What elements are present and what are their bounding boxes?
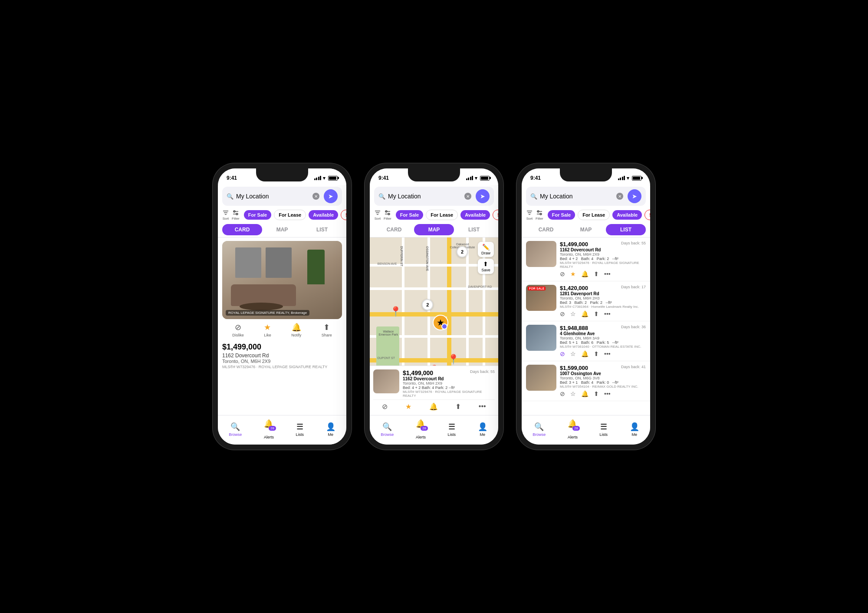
list-dislike-1[interactable]: ⊘ — [560, 270, 565, 277]
nav-me-3[interactable]: 👤 Me — [630, 422, 639, 437]
list-like-4[interactable]: ☆ — [570, 390, 576, 397]
nav-browse-3[interactable]: 🔍 Browse — [533, 422, 546, 437]
draw-btn[interactable]: ✏️ Draw — [478, 242, 494, 257]
chip-sol-1[interactable]: Sol — [341, 210, 346, 220]
nav-alerts-3[interactable]: 🔔 28 Alerts — [568, 419, 578, 439]
list-dislike-3[interactable]: ⊘ — [560, 350, 565, 357]
list-item-4[interactable]: $1,599,000 Days back: 41 1007 Ossington … — [522, 361, 650, 401]
sort-btn-3[interactable]: Sort — [526, 209, 533, 221]
map-pin-count-1[interactable]: 2 — [422, 299, 433, 310]
list-notify-2[interactable]: 🔔 — [581, 310, 589, 317]
filter-btn-2[interactable]: Filter — [384, 209, 391, 221]
list-more-1[interactable]: ••• — [604, 270, 611, 277]
map-share-icon[interactable]: ⬆ — [455, 402, 461, 411]
chip-for-lease-3[interactable]: For Lease — [578, 210, 610, 220]
location-btn-2[interactable]: ➤ — [476, 189, 490, 203]
list-city-2: Toronto, ON, M6H 2H3 — [560, 296, 646, 300]
chip-for-sale-1[interactable]: For Sale — [244, 210, 271, 220]
list-share-1[interactable]: ⬆ — [594, 270, 599, 277]
share-btn-1[interactable]: ⬆ Share — [322, 323, 332, 337]
notify-btn-1[interactable]: 🔔 Notify — [291, 323, 301, 337]
list-like-1[interactable]: ★ — [570, 270, 576, 277]
status-icons-3: ▾ — [618, 175, 642, 181]
search-bar-1[interactable]: 🔍 My Location ✕ ➤ — [222, 187, 342, 206]
nav-alerts-1[interactable]: 🔔 28 Alerts — [264, 419, 274, 439]
map-pin-count-2[interactable]: 2 — [457, 246, 468, 257]
search-bar-3[interactable]: 🔍 My Location ✕ ➤ — [526, 187, 646, 206]
tab-list-3[interactable]: LIST — [606, 224, 646, 235]
chip-available-2[interactable]: Available — [460, 210, 490, 220]
chip-available-1[interactable]: Available — [309, 210, 338, 220]
tab-list-2[interactable]: LIST — [454, 224, 494, 235]
map-dislike-icon[interactable]: ⊘ — [382, 402, 388, 411]
chip-for-sale-3[interactable]: For Sale — [548, 210, 575, 220]
list-item-1[interactable]: $1,499,000 Days back: 55 1162 Dovercourt… — [522, 237, 650, 281]
chip-for-lease-2[interactable]: For Lease — [426, 210, 458, 220]
list-notify-4[interactable]: 🔔 — [581, 390, 589, 397]
tab-map-1[interactable]: MAP — [262, 224, 302, 235]
chip-sol-2[interactable]: Sol — [493, 210, 498, 220]
filter-btn-1[interactable]: Filter — [232, 209, 240, 221]
list-item-3[interactable]: $1,948,888 Days back: 36 4 Glenholme Ave… — [522, 321, 650, 361]
map-pin-prop1[interactable]: 📍 — [447, 354, 459, 365]
nav-me-1[interactable]: 👤 Me — [326, 422, 335, 437]
list-content: $1,499,000 Days back: 55 1162 Dovercourt… — [522, 237, 650, 415]
view-tabs-2: CARD MAP LIST — [370, 222, 498, 237]
chip-for-lease-1[interactable]: For Lease — [274, 210, 306, 220]
tab-map-2[interactable]: MAP — [414, 224, 454, 235]
list-like-3[interactable]: ☆ — [570, 350, 576, 357]
search-clear-2[interactable]: ✕ — [464, 193, 471, 200]
list-share-4[interactable]: ⬆ — [594, 390, 599, 397]
map-card-days: Days back: 55 — [470, 369, 495, 376]
sort-btn-2[interactable]: Sort — [374, 209, 381, 221]
list-share-2[interactable]: ⬆ — [594, 310, 599, 317]
list-notify-1[interactable]: 🔔 — [581, 270, 589, 277]
list-dislike-4[interactable]: ⊘ — [560, 390, 565, 397]
list-notify-3[interactable]: 🔔 — [581, 350, 589, 357]
map-actions: ⊘ ★ 🔔 ⬆ ••• — [373, 399, 495, 412]
chip-sol-3[interactable]: Sol — [644, 210, 650, 220]
tab-card-1[interactable]: CARD — [222, 224, 262, 235]
map-like-icon[interactable]: ★ — [405, 402, 411, 411]
list-addr-4: 1007 Ossington Ave — [560, 371, 646, 376]
list-item-2[interactable]: FOR SALE $1,420,000 Days back: 17 1281 D… — [522, 281, 650, 321]
status-time-1: 9:41 — [227, 175, 237, 181]
filter-btn-3[interactable]: Filter — [536, 209, 543, 221]
list-more-2[interactable]: ••• — [604, 310, 611, 317]
location-btn-3[interactable]: ➤ — [628, 189, 641, 203]
sort-btn-1[interactable]: Sort — [222, 209, 229, 221]
nav-me-2[interactable]: 👤 Me — [478, 422, 487, 437]
view-tabs-3: CARD MAP LIST — [522, 222, 650, 237]
map-notify-icon[interactable]: 🔔 — [429, 402, 438, 411]
list-like-2[interactable]: ☆ — [570, 310, 576, 317]
list-info-2: $1,420,000 Days back: 17 1281 Davenport … — [560, 285, 646, 317]
nav-lists-1[interactable]: ☰ Lists — [296, 422, 304, 437]
tab-list-1[interactable]: LIST — [302, 224, 342, 235]
list-more-3[interactable]: ••• — [604, 350, 611, 357]
list-share-3[interactable]: ⬆ — [594, 350, 599, 357]
list-more-4[interactable]: ••• — [604, 390, 611, 397]
map-more-icon[interactable]: ••• — [479, 402, 486, 411]
save-btn[interactable]: ⬆ Save — [478, 259, 494, 274]
nav-lists-3[interactable]: ☰ Lists — [600, 422, 608, 437]
nav-alerts-2[interactable]: 🔔 28 Alerts — [416, 419, 426, 439]
search-clear-3[interactable]: ✕ — [616, 193, 623, 200]
dislike-btn-1[interactable]: ⊘ Dislike — [232, 323, 244, 337]
location-btn-1[interactable]: ➤ — [324, 189, 338, 203]
chip-available-3[interactable]: Available — [612, 210, 642, 220]
search-clear-1[interactable]: ✕ — [312, 193, 319, 200]
property-price-1: $1,499,000 — [222, 343, 342, 352]
alert-badge-3: 28 — [572, 426, 580, 431]
chip-for-sale-2[interactable]: For Sale — [396, 210, 423, 220]
tab-map-3[interactable]: MAP — [566, 224, 606, 235]
list-dislike-2[interactable]: ⊘ — [560, 310, 565, 317]
browse-icon-2: 🔍 — [382, 422, 392, 432]
tab-card-3[interactable]: CARD — [526, 224, 566, 235]
map-container[interactable]: DUFFERIN ST OSSINGTON AVE BENSON AVE DAV… — [370, 237, 498, 415]
nav-browse-1[interactable]: 🔍 Browse — [229, 422, 242, 437]
tab-card-2[interactable]: CARD — [374, 224, 414, 235]
like-btn-1[interactable]: ★ Like — [264, 323, 271, 337]
nav-lists-2[interactable]: ☰ Lists — [448, 422, 456, 437]
nav-browse-2[interactable]: 🔍 Browse — [381, 422, 394, 437]
search-bar-2[interactable]: 🔍 My Location ✕ ➤ — [374, 187, 494, 206]
